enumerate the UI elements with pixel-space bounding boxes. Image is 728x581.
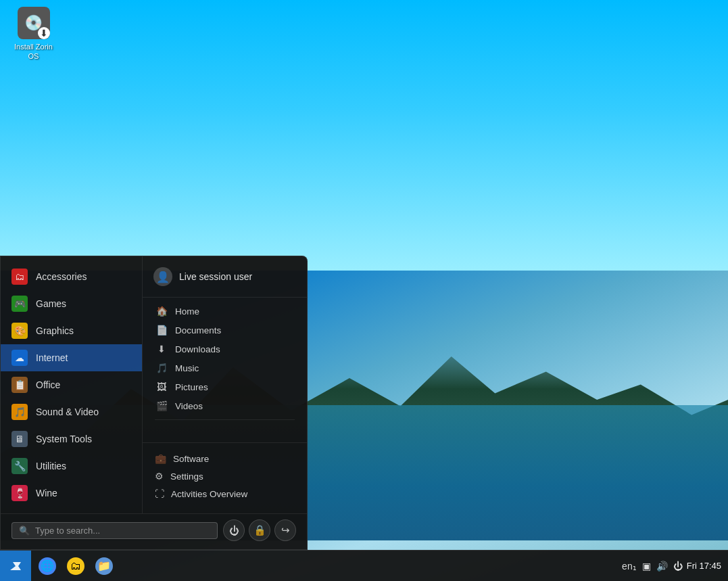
software-label: Software: [173, 454, 209, 464]
documents-icon: 📄: [155, 325, 168, 335]
downloads-label: Downloads: [175, 344, 220, 354]
screen-icon[interactable]: ▣: [642, 561, 651, 572]
power-buttons: ⏻🔒↪: [223, 519, 296, 541]
search-icon: 🔍: [19, 526, 30, 536]
menu-item-soundvideo[interactable]: 🎵 Sound & Video: [1, 398, 142, 425]
menu-item-utilities[interactable]: 🔧 Utilities: [1, 452, 142, 480]
graphics-icon: 🎨: [11, 323, 28, 339]
menu-item-office[interactable]: 📋 Office: [1, 371, 142, 398]
internet-label: Internet: [36, 352, 68, 363]
documents-label: Documents: [175, 325, 221, 335]
pictures-icon: 🖼: [155, 381, 168, 392]
office-icon: 📋: [11, 377, 28, 393]
accessories-label: Accessories: [36, 271, 87, 282]
software-icon: 💼: [155, 453, 166, 464]
install-zorin-icon[interactable]: 💿 Install Zorin OS: [8, 7, 59, 62]
games-label: Games: [36, 298, 66, 309]
videos-label: Videos: [175, 401, 203, 411]
volume-icon[interactable]: 🔊: [656, 561, 668, 572]
menu-item-systemtools[interactable]: 🖥 System Tools: [1, 425, 142, 452]
home-icon: 🏠: [155, 306, 168, 317]
system-activities[interactable]: ⛶ Activities Overview: [153, 485, 296, 503]
install-icon-label: Install Zorin OS: [8, 42, 59, 62]
taskbar: 🌐🗂📁 en₁ ▣ 🔊 ⏻ Fri 17:45: [0, 550, 728, 581]
utilities-icon: 🔧: [11, 458, 28, 474]
system-settings[interactable]: ⚙ Settings: [153, 467, 296, 485]
zorin-logo-icon: [7, 558, 24, 574]
settings-label: Settings: [170, 471, 203, 482]
wine-icon: 🍷: [11, 485, 28, 501]
menu-item-graphics[interactable]: 🎨 Graphics: [1, 317, 142, 344]
music-icon: 🎵: [155, 363, 168, 373]
place-home[interactable]: 🏠 Home: [148, 302, 301, 321]
activities-icon: ⛶: [155, 488, 164, 499]
power-button[interactable]: ⏻: [223, 519, 245, 541]
chrome-app-icon: 🌐: [39, 557, 56, 575]
menu-item-internet[interactable]: ☁ Internet: [1, 344, 142, 371]
lock-button[interactable]: 🔒: [249, 519, 270, 541]
soundvideo-icon: 🎵: [11, 404, 28, 420]
accessories-icon: 🗂: [11, 269, 28, 285]
taskbar-chrome[interactable]: 🌐: [34, 553, 61, 580]
taskbar-files[interactable]: 🗂: [62, 553, 89, 580]
menu-right-panel: 👤 Live session user 🏠 Home 📄 Documents ⬇…: [143, 256, 307, 513]
menu-item-games[interactable]: 🎮 Games: [1, 290, 142, 317]
internet-icon: ☁: [11, 350, 28, 366]
user-section: 👤 Live session user: [143, 263, 307, 298]
places-system-separator: [155, 419, 295, 420]
install-icon-image: 💿: [18, 7, 50, 39]
sky-gradient: [0, 0, 728, 271]
folder-app-icon: 📁: [95, 557, 113, 575]
clock[interactable]: Fri 17:45: [687, 561, 721, 571]
menu-item-wine[interactable]: 🍷 Wine: [1, 480, 142, 507]
start-button[interactable]: [0, 551, 31, 582]
user-avatar: 👤: [153, 267, 172, 286]
place-downloads[interactable]: ⬇ Downloads: [148, 340, 301, 358]
language-indicator[interactable]: en₁: [622, 561, 637, 572]
menu-body: 🗂 Accessories 🎮 Games 🎨 Graphics ☁ Inter…: [1, 256, 307, 513]
settings-icon: ⚙: [155, 471, 164, 482]
place-videos[interactable]: 🎬 Videos: [148, 396, 301, 415]
office-label: Office: [36, 379, 60, 390]
home-label: Home: [175, 306, 199, 317]
systemtools-icon: 🖥: [11, 431, 28, 447]
logout-button[interactable]: ↪: [274, 519, 296, 541]
user-name: Live session user: [179, 271, 252, 282]
power-tray-icon[interactable]: ⏻: [673, 561, 683, 572]
files-app-icon: 🗂: [67, 557, 84, 575]
activities-label: Activities Overview: [171, 489, 247, 499]
system-links: 💼 Software ⚙ Settings ⛶ Activities Overv…: [143, 442, 307, 507]
place-documents[interactable]: 📄 Documents: [148, 321, 301, 340]
place-pictures[interactable]: 🖼 Pictures: [148, 377, 301, 396]
search-bar[interactable]: 🔍: [11, 522, 218, 539]
footer-content: 🔍 ⏻🔒↪: [11, 519, 296, 541]
taskbar-right: en₁ ▣ 🔊 ⏻ Fri 17:45: [622, 561, 728, 572]
games-icon: 🎮: [11, 296, 28, 312]
taskbar-tray: en₁ ▣ 🔊 ⏻: [622, 561, 683, 572]
app-menu: 🗂 Accessories 🎮 Games 🎨 Graphics ☁ Inter…: [0, 256, 308, 550]
user-row[interactable]: 👤 Live session user: [153, 267, 296, 286]
soundvideo-label: Sound & Video: [36, 406, 99, 417]
systemtools-label: System Tools: [36, 434, 92, 444]
wine-label: Wine: [36, 488, 57, 498]
taskbar-apps: 🌐🗂📁: [31, 553, 622, 580]
downloads-icon: ⬇: [155, 344, 168, 354]
utilities-label: Utilities: [36, 461, 66, 471]
places-links: 🏠 Home 📄 Documents ⬇ Downloads 🎵 Music 🖼…: [143, 302, 307, 442]
taskbar-folder[interactable]: 📁: [91, 553, 118, 580]
menu-categories: 🗂 Accessories 🎮 Games 🎨 Graphics ☁ Inter…: [1, 256, 143, 513]
menu-footer: 🔍 ⏻🔒↪: [1, 513, 307, 549]
menu-item-accessories[interactable]: 🗂 Accessories: [1, 263, 142, 290]
system-software[interactable]: 💼 Software: [153, 450, 296, 467]
videos-icon: 🎬: [155, 400, 168, 411]
graphics-label: Graphics: [36, 325, 74, 336]
pictures-label: Pictures: [175, 382, 208, 392]
search-input[interactable]: [35, 526, 116, 536]
svg-marker-0: [10, 562, 21, 570]
music-label: Music: [175, 363, 199, 373]
place-music[interactable]: 🎵 Music: [148, 358, 301, 377]
